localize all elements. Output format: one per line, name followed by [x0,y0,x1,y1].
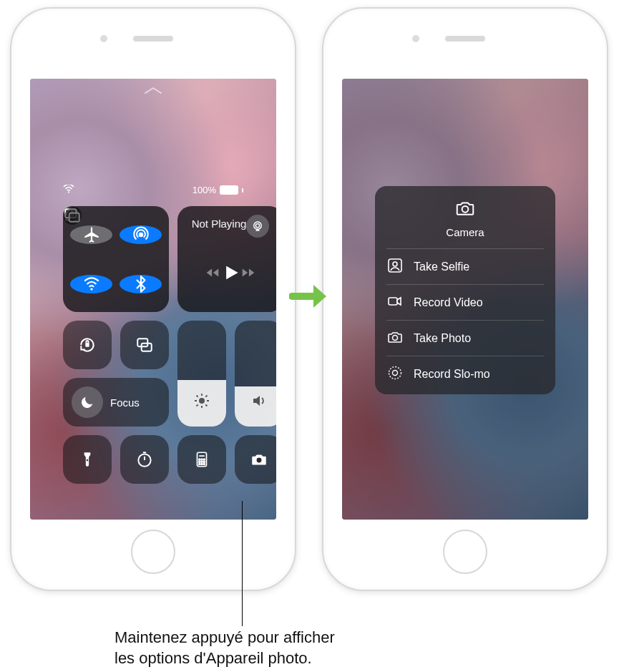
speaker-grill [445,36,485,42]
menu-item-label: Take Photo [414,332,471,345]
airplay-button[interactable] [246,215,269,238]
speaker-grill [133,36,173,42]
svg-rect-13 [137,339,147,346]
svg-point-8 [138,232,143,237]
home-button[interactable] [131,530,175,574]
device-frame-right: Camera Take Selfie Record Video [322,7,608,591]
connectivity-panel [63,206,169,312]
brightness-icon [193,392,210,412]
wifi-toggle[interactable] [70,275,112,293]
svg-point-15 [199,398,205,404]
svg-line-21 [205,404,207,406]
previous-track-button[interactable] [205,265,220,283]
media-panel[interactable]: Not Playing [177,206,276,312]
wifi-status-icon [63,185,74,195]
svg-point-31 [201,459,203,460]
next-track-button[interactable] [240,265,256,283]
battery-cap [242,188,243,193]
svg-line-22 [197,404,198,406]
video-icon [386,293,404,313]
svg-point-37 [201,464,203,465]
airdrop-toggle[interactable] [120,225,162,244]
volume-slider[interactable] [235,321,276,427]
svg-point-44 [393,335,398,340]
svg-point-46 [389,366,401,379]
svg-line-23 [205,396,207,397]
slomo-icon [386,364,404,384]
camera-menu-record-slomo[interactable]: Record Slo-mo [386,356,544,391]
svg-point-39 [257,458,262,463]
moon-icon [72,386,103,418]
svg-point-42 [393,262,397,266]
svg-point-0 [68,191,69,193]
transition-arrow [289,281,329,312]
timer-button[interactable] [120,435,169,484]
camera-context-menu: Camera Take Selfie Record Video [375,186,555,394]
screen-mirroring-button[interactable] [120,321,169,369]
svg-rect-12 [85,343,89,347]
svg-point-38 [203,464,205,465]
screen-right: Camera Take Selfie Record Video [342,79,588,520]
callout-line-1: Maintenez appuyé pour afficher [114,628,335,646]
svg-rect-43 [389,298,397,305]
focus-label: Focus [110,396,140,409]
battery-icon [220,185,238,195]
flashlight-button[interactable] [63,435,112,484]
control-center-grid-real: Not Playing [63,206,243,435]
battery-percentage: 100% [192,185,216,195]
camera-button[interactable] [235,435,276,484]
media-status-label: Not Playing [192,218,247,230]
callout-line-2: les options d'Appareil photo. [114,649,312,667]
svg-point-40 [462,206,469,213]
orientation-lock-button[interactable] [63,321,112,369]
camera-menu-take-photo[interactable]: Take Photo [386,320,544,356]
brightness-slider[interactable] [177,321,226,427]
svg-point-32 [203,459,205,460]
svg-point-45 [393,370,398,375]
svg-point-34 [201,461,203,462]
home-button[interactable] [443,530,487,574]
camera-menu-take-selfie[interactable]: Take Selfie [386,248,544,284]
volume-icon [250,392,268,412]
photo-icon [386,328,404,349]
airplane-mode-toggle[interactable] [70,225,112,244]
camera-icon [454,198,476,222]
device-frame-left: 100% [10,7,296,591]
camera-menu-record-video[interactable]: Record Video [386,284,544,320]
camera-menu-header[interactable]: Camera [375,198,555,248]
menu-item-label: Take Selfie [414,260,469,273]
svg-point-33 [199,461,200,462]
callout-leader-line [242,501,243,626]
camera-menu-title: Camera [446,226,484,238]
bluetooth-toggle[interactable] [120,275,162,293]
focus-button[interactable]: Focus [63,378,169,427]
svg-point-30 [199,459,200,460]
menu-item-label: Record Video [414,296,483,309]
status-bar: 100% [63,185,243,195]
svg-point-36 [199,464,200,465]
play-button[interactable] [220,263,240,286]
selfie-icon [386,257,404,277]
svg-point-24 [87,459,89,462]
front-camera-dot [100,35,107,42]
callout-text: Maintenez appuyé pour afficher les optio… [114,627,515,668]
front-camera-dot [412,35,419,42]
svg-point-10 [254,222,262,230]
calculator-button[interactable] [177,435,226,484]
svg-rect-14 [142,344,152,351]
screen-left: 100% [30,79,276,520]
menu-item-label: Record Slo-mo [414,368,490,381]
svg-point-11 [256,224,260,228]
svg-point-35 [203,461,205,462]
svg-line-20 [197,396,198,397]
svg-point-9 [90,288,92,290]
svg-point-25 [138,454,150,466]
control-center-chevron[interactable] [143,86,163,96]
